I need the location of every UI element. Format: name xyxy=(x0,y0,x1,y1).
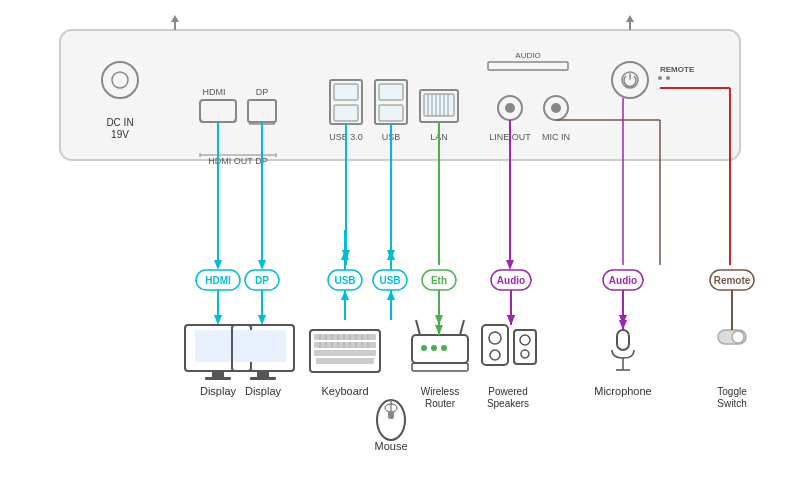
svg-point-140 xyxy=(441,345,447,351)
svg-text:Mouse: Mouse xyxy=(374,440,407,452)
svg-rect-106 xyxy=(314,334,376,340)
svg-rect-108 xyxy=(314,350,376,356)
svg-text:HDMI: HDMI xyxy=(205,275,231,286)
svg-text:Powered: Powered xyxy=(488,386,527,397)
diagram-container: DC IN 19V HDMI DP HDMI OUT DP USB 3.0 US… xyxy=(0,0,800,501)
svg-text:Eth: Eth xyxy=(431,275,447,286)
svg-text:DC IN: DC IN xyxy=(106,117,133,128)
svg-point-39 xyxy=(551,103,561,113)
svg-text:DP: DP xyxy=(255,275,269,286)
svg-rect-98 xyxy=(205,377,231,380)
svg-text:MIC IN: MIC IN xyxy=(542,132,570,142)
svg-text:19V: 19V xyxy=(111,129,129,140)
svg-text:AUDIO: AUDIO xyxy=(515,51,540,60)
svg-text:Audio: Audio xyxy=(609,275,637,286)
svg-rect-17 xyxy=(334,84,358,100)
svg-text:Display: Display xyxy=(245,385,282,397)
svg-point-139 xyxy=(431,345,437,351)
svg-point-47 xyxy=(666,76,670,80)
svg-rect-101 xyxy=(240,330,286,362)
svg-text:Display: Display xyxy=(200,385,237,397)
svg-text:DP: DP xyxy=(256,87,269,97)
svg-text:USB: USB xyxy=(379,275,400,286)
svg-text:USB: USB xyxy=(334,275,355,286)
svg-text:Keyboard: Keyboard xyxy=(321,385,368,397)
svg-text:Remote: Remote xyxy=(714,275,751,286)
svg-rect-103 xyxy=(250,377,276,380)
svg-rect-132 xyxy=(388,411,394,419)
svg-text:HDMI: HDMI xyxy=(203,87,226,97)
svg-point-36 xyxy=(505,103,515,113)
svg-rect-97 xyxy=(212,371,224,377)
svg-text:REMOTE: REMOTE xyxy=(660,65,695,74)
svg-text:Router: Router xyxy=(425,398,456,409)
svg-text:Wireless: Wireless xyxy=(421,386,459,397)
svg-rect-109 xyxy=(316,358,374,364)
svg-point-157 xyxy=(732,331,744,343)
svg-rect-102 xyxy=(257,371,269,377)
svg-text:Microphone: Microphone xyxy=(594,385,651,397)
svg-text:Speakers: Speakers xyxy=(487,398,529,409)
svg-rect-18 xyxy=(334,105,358,121)
svg-text:Toggle: Toggle xyxy=(717,386,747,397)
svg-rect-25 xyxy=(424,94,454,116)
svg-rect-21 xyxy=(379,84,403,100)
svg-text:Switch: Switch xyxy=(717,398,746,409)
svg-rect-107 xyxy=(314,342,376,348)
svg-point-46 xyxy=(658,76,662,80)
svg-rect-96 xyxy=(195,330,241,362)
svg-point-138 xyxy=(421,345,427,351)
svg-text:Audio: Audio xyxy=(497,275,525,286)
svg-rect-22 xyxy=(379,105,403,121)
